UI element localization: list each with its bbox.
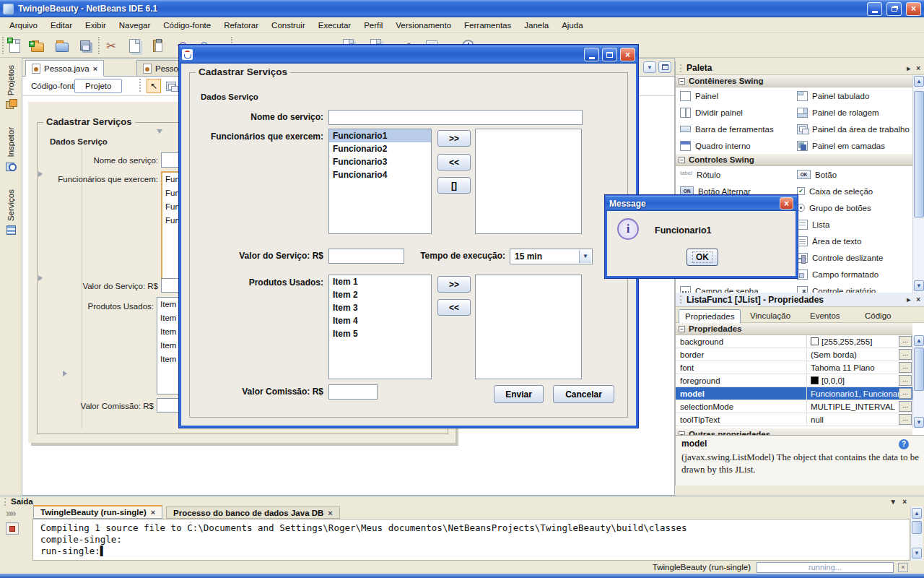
tab-codigo[interactable]: Código [865, 311, 891, 320]
tempo-execucao-combobox[interactable]: 15 min ▼ [510, 249, 593, 264]
menu-ferramentas[interactable]: Ferramentas [458, 19, 518, 32]
restore-button[interactable] [886, 2, 902, 16]
valor-servico-field[interactable] [328, 249, 404, 264]
cancel-progress-icon[interactable]: × [898, 563, 908, 572]
scrollbar-thumb[interactable] [914, 348, 924, 391]
palette-item-area-texto[interactable]: Área de texto [797, 233, 861, 249]
menu-arquivo[interactable]: Arquivo [3, 19, 44, 32]
menu-editar[interactable]: Editar [44, 19, 79, 32]
menu-perfil[interactable]: Perfil [357, 19, 389, 32]
close-panel-icon[interactable]: × [916, 64, 920, 72]
property-row-tooltiptext[interactable]: toolTipText null ... [676, 413, 912, 426]
tab-eventos[interactable]: Eventos [810, 311, 840, 320]
menu-janela[interactable]: Janela [518, 19, 555, 32]
drag-grip-icon[interactable] [4, 498, 6, 506]
scroll-up-icon[interactable]: ▲ [914, 76, 924, 87]
palette-item-controle-deslizante[interactable]: Controle deslizante [797, 249, 883, 266]
dialog-titlebar[interactable]: × [180, 46, 637, 64]
close-tab-icon[interactable]: × [151, 508, 155, 517]
form-produtos-label[interactable]: Produtos Usados: [57, 301, 154, 312]
output-console[interactable]: Compiling 1 source file to C:\Documents … [32, 519, 910, 561]
ellipsis-button[interactable]: ... [899, 401, 912, 412]
output-scrollbar[interactable]: ▲ ▼ [910, 506, 923, 561]
minimize-panel-icon[interactable]: ▼ [889, 498, 897, 506]
paste-icon[interactable] [149, 37, 166, 54]
palette-scrollbar[interactable]: ▲ ▼ [912, 75, 924, 293]
scroll-down-icon[interactable]: ▼ [912, 548, 922, 558]
progress-bar[interactable]: running... [757, 562, 894, 573]
menu-executar[interactable]: Executar [312, 19, 357, 32]
property-row-selectionmode[interactable]: selectionMode MULTIPLE_INTERVAL▼ ... [676, 400, 912, 413]
palette-item-campo-senha[interactable]: Campo de senha [680, 282, 759, 293]
scrollbar-thumb[interactable] [914, 91, 924, 217]
selection-mode-icon[interactable]: ↖ [147, 79, 161, 93]
property-row-font[interactable]: font Tahoma 11 Plano ... [676, 361, 912, 374]
palette-item-painel-camadas[interactable]: Painel em camadas [797, 137, 885, 154]
add-funcionario-button[interactable]: >> [437, 130, 471, 147]
ellipsis-button[interactable]: ... [899, 362, 912, 373]
produtos-list[interactable]: Item 1 Item 2 Item 3 Item 4 Item 5 [328, 275, 432, 379]
palette-item-painel[interactable]: Painel [680, 87, 718, 104]
tab-list-dropdown-icon[interactable]: ▼ [643, 61, 656, 73]
rerun-icon[interactable]: »» [6, 506, 15, 519]
stop-button[interactable] [6, 522, 19, 535]
menu-ajuda[interactable]: Ajuda [555, 19, 589, 32]
help-icon[interactable]: ? [899, 439, 909, 449]
ellipsis-button[interactable]: ... [899, 349, 912, 360]
sidebar-tab-inspetor[interactable]: Inspetor [1, 124, 20, 174]
list-item-selected[interactable]: Funcionario1 [329, 129, 431, 142]
scroll-up-icon[interactable]: ▲ [912, 508, 922, 519]
scrollbar-thumb[interactable] [912, 521, 922, 534]
close-panel-icon[interactable]: × [916, 296, 920, 303]
list-item[interactable]: Item 3 [329, 301, 431, 314]
save-all-icon[interactable] [77, 37, 94, 54]
palette-item-dividir-painel[interactable]: Dividir painel [680, 104, 743, 121]
palette-item-controle-giratorio[interactable]: Controle giratório [797, 282, 876, 293]
collapse-icon[interactable]: − [679, 78, 685, 85]
palette-item-rotulo[interactable]: labelRótulo [680, 166, 720, 183]
form-nome-label[interactable]: Nome do serviço: [57, 155, 158, 166]
palette-item-barra-ferramentas[interactable]: Barra de ferramentas [680, 121, 774, 137]
new-project-icon[interactable]: + [29, 37, 46, 54]
scroll-down-icon[interactable]: ▼ [914, 417, 924, 428]
output-tab-javadb[interactable]: Processo do banco de dados Java DB × [166, 506, 340, 519]
property-row-background[interactable]: background [255,255,255] ... [676, 335, 912, 348]
tab-vinculacao[interactable]: Vinculação [750, 311, 790, 320]
chevron-down-icon[interactable]: ▼ [579, 250, 591, 263]
collapse-icon[interactable]: − [679, 157, 685, 163]
remove-produto-button[interactable]: << [437, 299, 471, 316]
list-item[interactable]: Item 1 [329, 275, 431, 288]
properties-section[interactable]: − Propriedades [676, 323, 912, 335]
palette-item-painel-tabulado[interactable]: Painel tabulado [797, 87, 869, 104]
scroll-up-icon[interactable]: ▲ [914, 335, 924, 346]
sidebar-tab-projetos[interactable]: Projetos [1, 62, 20, 112]
maximize-editor-icon[interactable] [658, 61, 671, 73]
form-valor-label[interactable]: Valor do Serviço: R$ [57, 281, 158, 292]
open-project-icon[interactable] [53, 37, 71, 54]
close-tab-icon[interactable]: × [93, 64, 97, 73]
produtos-selected-list[interactable] [475, 275, 582, 379]
toolbar-grip[interactable] [98, 37, 100, 54]
list-item[interactable]: Funcionario2 [329, 142, 431, 155]
menu-versionamento[interactable]: Versionamento [389, 19, 458, 32]
dialog-close-button[interactable]: × [620, 48, 635, 61]
message-close-button[interactable]: × [780, 197, 793, 210]
list-item[interactable]: Item 5 [329, 327, 431, 340]
cancelar-button[interactable]: Cancelar [553, 385, 614, 403]
cut-icon[interactable]: ✂ [103, 37, 120, 54]
dialog-minimize-button[interactable] [584, 48, 599, 61]
toolbar-grip[interactable] [2, 37, 4, 54]
drag-grip-icon[interactable] [680, 64, 682, 72]
output-tab-twinglebeauty[interactable]: TwingleBeauty (run-single) × [33, 505, 162, 519]
scroll-down-icon[interactable]: ▼ [914, 280, 924, 291]
connection-mode-icon[interactable] [164, 79, 178, 93]
palette-item-campo-formatado[interactable]: Campo formatado [797, 266, 879, 282]
ellipsis-button[interactable]: ... [899, 388, 912, 399]
new-file-icon[interactable]: + [6, 37, 23, 54]
pin-icon[interactable]: ▸ [907, 64, 910, 72]
funcionarios-list[interactable]: Funcionario1 Funcionario2 Funcionario3 F… [328, 129, 432, 234]
close-panel-icon[interactable]: × [902, 498, 907, 506]
palette-item-caixa-selecao[interactable]: ✔Caixa de seleção [797, 183, 873, 199]
editor-tab-pessoa[interactable]: Pessoa.java × [25, 60, 104, 77]
palette-item-botao[interactable]: OKBotão [797, 166, 837, 183]
